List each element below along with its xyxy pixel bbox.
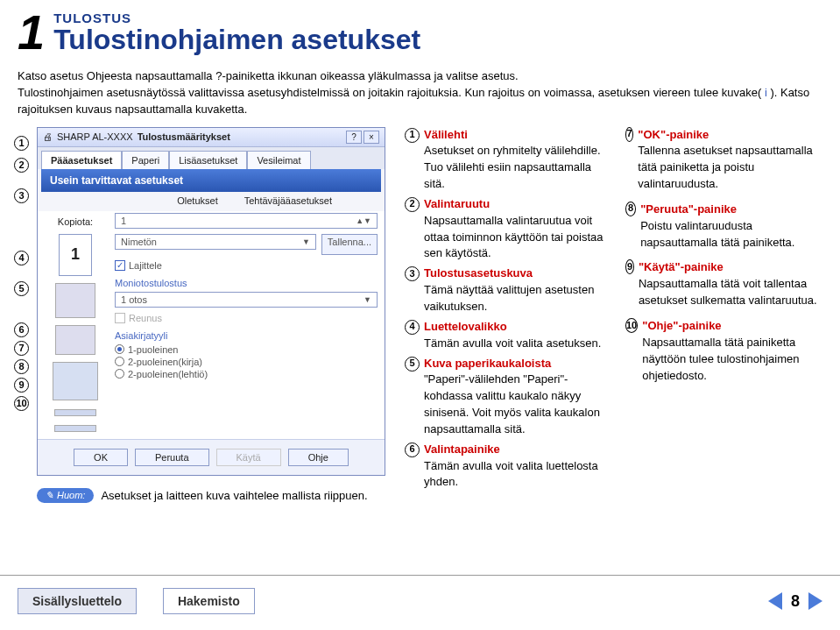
radio-1sided[interactable] bbox=[115, 344, 124, 354]
index-button[interactable]: Hakemisto bbox=[163, 588, 255, 614]
multishot-dropdown[interactable]: 1 otos▼ bbox=[115, 292, 378, 308]
preview-thumb-1 bbox=[55, 283, 95, 318]
copies-stepper[interactable]: 1▲▼ bbox=[115, 213, 378, 229]
preview-thumb-2 bbox=[55, 325, 95, 355]
tab-watermarks[interactable]: Vesileimat bbox=[247, 151, 310, 169]
callout-7: 7 bbox=[14, 341, 29, 356]
strip-jobsettings: Tehtäväjääasetukset bbox=[244, 195, 332, 206]
dialog-help-button[interactable]: ? bbox=[346, 131, 362, 144]
callout-6: 6 bbox=[14, 322, 29, 337]
radio-2sided-book[interactable] bbox=[115, 357, 124, 366]
cancel-button[interactable]: Peruuta bbox=[135, 449, 209, 466]
callout-number-stack: 1 2 3 4 5 6 7 8 9 10 bbox=[14, 136, 29, 411]
chapter-number: 1 bbox=[18, 11, 45, 54]
note-text: Asetukset ja laitteen kuva vaihtelee mal… bbox=[101, 489, 367, 502]
printer-image bbox=[53, 362, 98, 400]
next-page-icon[interactable] bbox=[808, 592, 822, 610]
section-banner: Usein tarvittavat asetukset bbox=[41, 169, 381, 192]
ok-button[interactable]: OK bbox=[74, 449, 128, 466]
page-title: Tulostinohjaimen asetukset bbox=[53, 24, 822, 56]
tab-advanced[interactable]: Lisäasetukset bbox=[169, 151, 247, 169]
section-multishot: Moniotostulostus bbox=[115, 278, 378, 288]
callout-5: 5 bbox=[14, 281, 29, 296]
copies-label: Kopiota: bbox=[58, 216, 93, 227]
callout-2: 2 bbox=[14, 158, 29, 173]
tab-main[interactable]: Pääasetukset bbox=[41, 151, 122, 169]
note-badge: Huom: bbox=[37, 488, 94, 503]
callout-10: 10 bbox=[14, 396, 29, 411]
strip-defaults: Oletukset bbox=[177, 195, 217, 206]
intro-paragraph: Katso asetus Ohjeesta napsauttamalla ?-p… bbox=[18, 68, 822, 118]
printer-tray-1[interactable] bbox=[54, 409, 96, 416]
prev-page-icon[interactable] bbox=[768, 592, 782, 610]
collate-checkbox[interactable]: ✓ bbox=[115, 260, 125, 271]
preset-dropdown[interactable]: Nimetön▼ bbox=[115, 234, 316, 250]
save-button[interactable]: Tallenna... bbox=[321, 234, 378, 255]
page-footer: Sisällysluettelo Hakemisto 8 bbox=[0, 575, 840, 630]
printer-tray-2[interactable] bbox=[54, 425, 96, 432]
collate-label: Lajittele bbox=[129, 260, 162, 271]
border-checkbox[interactable] bbox=[115, 313, 125, 323]
callout-1: 1 bbox=[14, 136, 29, 151]
radio-2sided-tablet[interactable] bbox=[115, 369, 124, 379]
tab-bar: Pääasetukset Paperi Lisäasetukset Vesile… bbox=[38, 147, 385, 169]
dialog-title: Tulostusmääritykset bbox=[138, 131, 230, 142]
close-icon[interactable]: × bbox=[364, 131, 379, 144]
callout-4: 4 bbox=[14, 251, 29, 265]
printer-driver-dialog: 🖨 SHARP AL-XXXX Tulostusmääritykset ? × … bbox=[37, 127, 385, 476]
help-button[interactable]: Ohje bbox=[288, 449, 349, 466]
callout-8: 8 bbox=[14, 359, 29, 374]
callout-9: 9 bbox=[14, 378, 29, 393]
explanations-right: 7"OK"-painikeTallenna asetukset napsautt… bbox=[625, 127, 822, 503]
page-number: 8 bbox=[791, 592, 800, 611]
tab-paper[interactable]: Paperi bbox=[122, 151, 169, 169]
border-label: Reunus bbox=[129, 313, 162, 323]
apply-button[interactable]: Käytä bbox=[216, 449, 281, 466]
copies-value-box: 1 bbox=[59, 234, 92, 276]
explanations-mid: 1VälilehtiAsetukset on ryhmitelty välile… bbox=[405, 127, 615, 503]
toc-button[interactable]: Sisällysluettelo bbox=[18, 588, 137, 614]
dialog-app: SHARP AL-XXXX bbox=[57, 131, 133, 142]
section-docstyle: Asiakirjatyyli bbox=[115, 330, 378, 341]
callout-3: 3 bbox=[14, 188, 29, 203]
